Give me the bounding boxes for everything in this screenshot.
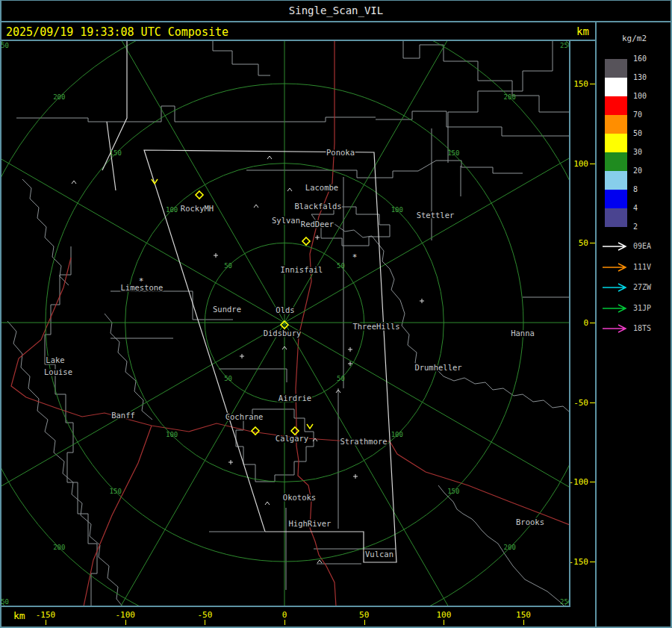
city-label: Didsbury [264,329,302,338]
road-line [84,426,152,606]
colorbar-value-label: 4 [633,205,638,212]
y-axis-tick [590,84,595,84]
town-caret-marker [317,560,322,563]
city-label: Innisfail [281,265,323,274]
y-axis-tick-label: 0 [563,319,588,327]
ring-range-label: 200 [53,93,65,101]
x-axis-tick-label: -100 [115,610,135,620]
storm-track-id-label: 27ZW [633,284,651,291]
colorbar-value-label: 8 [633,186,638,193]
radial-line [284,323,570,539]
city-label: RockyMH [181,204,214,213]
river-line [7,321,122,606]
y-axis-tick-label: -100 [563,478,588,486]
city-label: Lake [46,355,64,364]
county-line [213,41,270,75]
x-axis-tick-label: 50 [359,610,369,620]
town-asterisk-marker: * [139,276,144,286]
town-plus-marker [420,299,424,303]
y-axis-tick-label: -150 [563,558,588,566]
y-axis-tick [590,323,595,323]
ring-range-label: 200 [53,544,65,551]
colorbar-swatch [605,190,627,208]
city-label: Cochrane [225,412,264,421]
ring-range-label: 50 [224,262,232,270]
county-line [16,106,376,122]
y-axis-tick-label: 100 [563,160,588,168]
town-asterisk-marker: * [352,252,358,262]
storm-diamond-marker [252,427,259,435]
window-title: Single_Scan_VIL [0,4,672,16]
right-axis-unit-label: km [576,25,589,37]
colorbar-swatch [605,96,627,115]
y-axis-tick [590,562,595,562]
colorbar-swatch [605,115,627,134]
town-caret-marker [265,502,270,505]
arrow-glyph [603,264,626,271]
x-axis-tick [444,620,444,625]
x-axis-unit-label: km [13,610,25,621]
titlebar-separator [0,21,672,22]
ring-range-label: 50 [224,375,232,382]
town-plus-marker [228,460,233,464]
y-axis-tick-label: 50 [563,239,588,247]
radial-line [68,41,284,323]
arrow-glyph [603,284,626,291]
city-label: Stettler [417,211,455,220]
storm-track-id-label: 31JP [633,305,651,312]
city-label: ThreeHills [352,322,399,331]
ring-range-label: 150 [447,488,459,495]
map-right-frame [569,40,570,607]
infobar-separator [0,40,596,41]
x-axis-tick-label: -150 [36,610,56,620]
colorbar-swatch [605,59,627,78]
colorbar-value-label: 100 [633,93,647,100]
city-label: Calgary [276,434,308,443]
arrow-glyph [603,325,626,332]
town-plus-marker [353,474,358,479]
storm-track-id-label: 18TS [633,325,651,332]
y-axis-tick [590,402,595,403]
ring-range-label: 150 [447,149,459,157]
colorbar-value-label: 70 [633,111,642,119]
town-plus-marker [315,235,320,240]
x-axis-tick-label: 0 [282,610,287,620]
border-left [0,0,1,628]
city-label: Airdrie [279,394,311,402]
town-plus-marker [240,354,244,358]
colorbar-value-label: 2 [633,223,638,231]
arrow-glyph [603,305,626,312]
ring-range-label: 150 [110,149,122,157]
y-axis-tick [590,243,595,243]
town-caret-marker [72,181,76,184]
x-axis-tick [364,620,365,625]
y-axis-tick [590,482,595,482]
city-label: Okotoks [283,493,316,502]
city-label: Lacombe [305,183,338,192]
storm-vector-marker [307,424,313,429]
city-label: Brooks [516,517,544,526]
radar-viewer-window: Single_Scan_VIL 2025/09/19 19:33:08 UTC … [0,0,672,628]
colorbar-value-label: 50 [633,130,642,137]
x-axis-tick-label: 150 [516,610,531,620]
city-label: Sylvan [272,216,300,225]
x-axis-tick-label: 100 [436,610,451,620]
y-axis-tick [590,164,595,164]
storm-diamond-marker [196,191,203,199]
colorbar-swatch [605,171,627,190]
city-label: RedDeer [301,220,334,228]
town-plus-marker [348,347,352,352]
legend-divider [595,21,597,628]
x-axis-tick [205,620,205,625]
x-axis-tick [125,620,126,625]
storm-track-id-label: 111V [633,264,651,271]
colorbar-unit-label: kg/m2 [622,34,647,43]
ring-range-label: 100 [391,206,403,214]
storm-track-arrow-icon [602,263,629,272]
y-axis-tick-label: -50 [563,399,588,407]
radial-line [284,41,501,323]
city-label: Drumheller [414,363,461,372]
storm-diamond-marker [302,237,310,245]
colorbar-value-label: 30 [633,149,642,156]
ring-range-label: 100 [391,431,403,438]
